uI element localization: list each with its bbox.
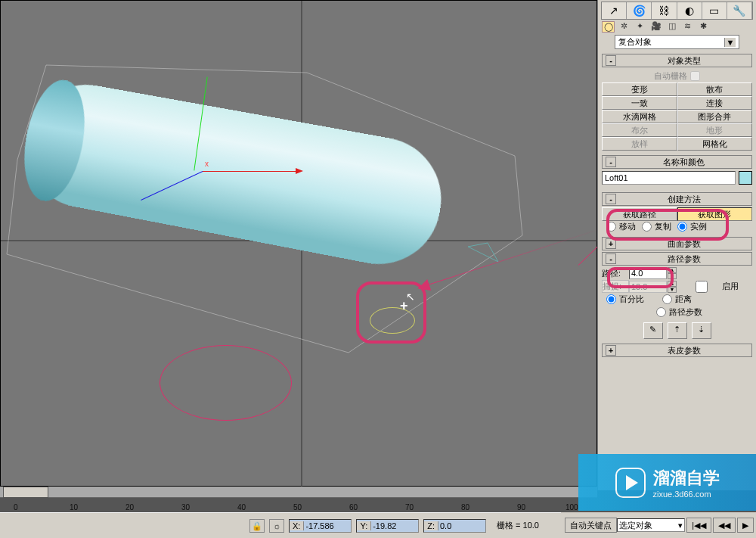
enable-snap-checkbox[interactable] [683,281,720,293]
tab-utility-icon[interactable]: 🔧 [727,2,752,19]
rollup-skin-params[interactable]: + 表皮参数 [602,344,752,357]
next-shape-icon[interactable]: ⇣ [692,322,711,339]
annotation-shape-highlight [356,281,426,344]
tick: 100 [565,503,578,512]
z-label: Z: [424,521,438,530]
coord-y[interactable]: Y: [356,519,419,533]
rollup-name-color[interactable]: - 名称和颜色 [602,155,752,169]
spacewarp-icon[interactable]: ≋ [681,21,694,33]
object-name-input[interactable] [602,171,736,185]
minus-icon[interactable]: - [606,253,616,264]
tick: 10 [70,503,78,512]
btn-shapemerge[interactable]: 图形合并 [677,110,753,123]
watermark-title: 溜溜自学 [653,467,720,490]
chevron-down-icon[interactable]: ▾ [678,521,683,530]
rollup-path-params[interactable]: - 路径参数 [602,252,752,266]
btn-terrain: 地形 [677,123,753,137]
tick: 0 [14,503,18,512]
command-tabs[interactable]: ↗ 🌀 ⛓ ◐ ▭ 🔧 [601,2,753,20]
coord-icon[interactable]: ☼ [269,519,284,533]
z-input[interactable] [438,521,485,530]
btn-loft: 放样 [602,137,677,151]
cameras-icon[interactable]: 🎥 [649,21,662,33]
radio-pathsteps-label: 路径步数 [669,306,702,318]
tick: 40 [237,503,246,512]
minus-icon[interactable]: - [606,55,616,66]
minus-icon[interactable]: - [606,157,616,167]
tab-modify-icon[interactable]: 🌀 [627,2,652,19]
shape-ellipse-large[interactable] [160,345,292,421]
y-input[interactable] [371,521,418,530]
rollup-title: 名称和颜色 [619,157,748,168]
rollup-creation-method[interactable]: - 创建方法 [602,192,752,206]
shapes-icon[interactable]: ✲ [618,21,631,33]
path-tool-icons[interactable]: ✎ ⇡ ⇣ [603,322,751,339]
goto-start-button[interactable]: |◀◀ [686,518,711,533]
radio-percentage[interactable] [606,294,616,304]
btn-mesher[interactable]: 网格化 [677,137,753,151]
btn-boolean: 布尔 [602,123,677,137]
radio-percentage-label: 百分比 [619,294,644,305]
minus-icon[interactable]: - [606,194,616,204]
grid-size-label: 栅格 = 10.0 [497,520,539,531]
frame-ruler[interactable]: 0 10 20 30 40 50 60 70 80 90 100 [0,498,597,512]
category-dropdown[interactable]: 复合对象 ▼ [615,35,739,49]
radio-pathsteps[interactable] [656,307,666,317]
btn-connect[interactable]: 连接 [677,96,753,110]
prev-frame-button[interactable]: ◀◀ [713,518,736,533]
helpers-icon[interactable]: ◫ [665,21,678,33]
watermark: 溜溜自学 zixue.3d66.com [578,454,756,511]
btn-scatter[interactable]: 散布 [677,82,753,96]
autokey-button[interactable]: 自动关键点 [565,518,617,533]
tick: 50 [293,503,302,512]
cursor-arrow-icon: ↖ [406,291,415,303]
tab-hierarchy-icon[interactable]: ⛓ [652,2,677,19]
rollup-title: 创建方法 [619,194,748,205]
systems-icon[interactable]: ✱ [697,21,710,33]
create-subtabs[interactable]: ◯ ✲ ✦ 🎥 ◫ ≋ ✱ [602,21,752,33]
coord-x[interactable]: X: [289,519,352,533]
pick-shape-icon[interactable]: ✎ [643,322,663,339]
watermark-url: zixue.3d66.com [653,490,720,499]
autogrid-checkbox [690,71,700,81]
key-filter-dropdown[interactable]: 选定对象 ▾ [617,518,685,532]
time-slider-handle[interactable] [3,487,48,498]
x-label: X: [290,521,304,530]
svg-line-2 [46,65,307,73]
play-logo-icon [615,468,646,498]
btn-morph[interactable]: 变形 [602,82,677,96]
chevron-down-icon[interactable]: ▼ [724,38,736,47]
color-swatch[interactable] [739,171,752,185]
btn-blobmesh[interactable]: 水滴网格 [602,110,677,123]
geometry-icon[interactable]: ◯ [602,21,615,33]
tab-create-icon[interactable]: ↗ [602,2,627,19]
prev-shape-icon[interactable]: ⇡ [668,322,687,339]
lock-icon[interactable]: 🔒 [249,519,265,533]
svg-line-7 [7,160,17,254]
autogrid-label: 自动栅格 [654,70,687,82]
tick: 70 [405,503,414,512]
autogrid-row: 自动栅格 [602,69,752,82]
annotation-get-shape-highlight [606,209,729,241]
viewport[interactable]: x + ↖ [0,0,597,487]
radio-distance[interactable] [662,294,672,304]
dropdown-label: 复合对象 [618,36,652,48]
command-panel: ↗ 🌀 ⛓ ◐ ▭ 🔧 ◯ ✲ ✦ 🎥 ◫ ≋ ✱ 复合对象 ▼ - 对象类型 … [597,0,756,490]
lights-icon[interactable]: ✦ [634,21,646,33]
btn-conform[interactable]: 一致 [602,96,677,110]
svg-line-5 [7,254,349,353]
coord-z[interactable]: Z: [423,519,486,533]
animation-controls: 自动关键点 选定对象 ▾ |◀◀ ◀◀ ▶ [561,512,756,538]
plus-icon[interactable]: + [606,345,616,356]
x-input[interactable] [304,521,351,530]
tab-display-icon[interactable]: ▭ [702,2,727,19]
annotation-path-value-highlight [607,267,674,288]
axis-label-x: x [205,160,209,168]
time-slider[interactable] [0,487,597,498]
rollup-object-type[interactable]: - 对象类型 [602,54,752,67]
tab-motion-icon[interactable]: ◐ [677,2,702,19]
svg-line-4 [515,156,522,235]
enable-label: 启用 [722,281,739,292]
play-button[interactable]: ▶ [737,518,754,533]
svg-line-11 [468,243,488,247]
